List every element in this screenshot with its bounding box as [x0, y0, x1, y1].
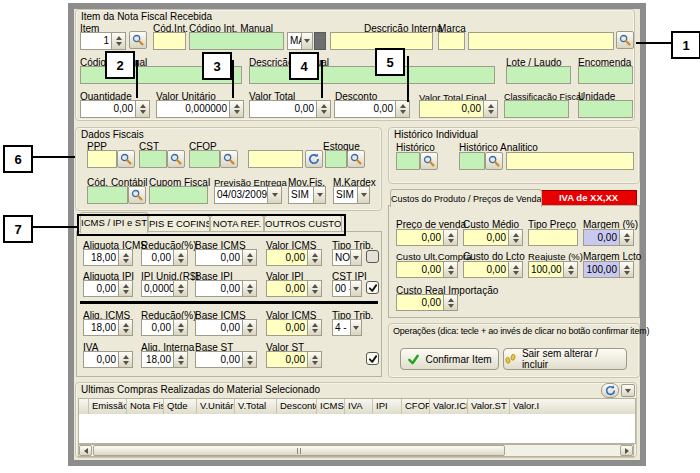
- ipi-unid-field[interactable]: 0,0000: [141, 280, 188, 297]
- cod-contabil-search-button[interactable]: [128, 186, 146, 204]
- item-search-button[interactable]: [129, 31, 147, 49]
- purchases-table-body[interactable]: [78, 414, 636, 444]
- cod-contabil-field[interactable]: [87, 186, 128, 204]
- valor-total-final-spinner[interactable]: [483, 101, 497, 117]
- spinner[interactable]: [118, 320, 132, 335]
- dropdown-button[interactable]: [350, 320, 361, 335]
- margem-field[interactable]: 0,00: [583, 229, 634, 246]
- reducao1-field[interactable]: 0,00: [141, 249, 188, 266]
- cfop-descricao-field[interactable]: [248, 150, 303, 168]
- previsao-entrega-dropdown[interactable]: 04/03/2009: [214, 186, 282, 204]
- quantidade-spinner[interactable]: [135, 101, 149, 117]
- column-header[interactable]: V.Total: [235, 399, 277, 415]
- scroll-left-button[interactable]: [79, 445, 92, 456]
- ma-dropdown[interactable]: MA: [287, 32, 313, 50]
- column-header[interactable]: Nota Fisc.: [127, 399, 164, 415]
- column-header[interactable]: Emissão: [89, 399, 127, 415]
- valor-unitario-field[interactable]: 0,000000: [156, 100, 244, 118]
- historico-analitico-field[interactable]: [459, 152, 485, 170]
- unidade-field[interactable]: [578, 100, 633, 118]
- spinner[interactable]: [173, 250, 187, 265]
- column-header[interactable]: ICMS: [317, 399, 345, 415]
- custo-ult-compra-field[interactable]: 0,00: [396, 261, 458, 278]
- custo-lcto-field[interactable]: 0,00: [463, 261, 523, 278]
- spinner[interactable]: [307, 250, 321, 265]
- cst-search-button[interactable]: [167, 150, 185, 168]
- last-purchases-expand-button[interactable]: [621, 384, 635, 397]
- spinner[interactable]: [307, 320, 321, 335]
- historico-descricao-field[interactable]: [506, 152, 634, 170]
- cst-ipi-dropdown[interactable]: 00 -: [332, 280, 362, 297]
- valor-icms2-field[interactable]: 0,00: [266, 319, 322, 336]
- preco-venda-spinner[interactable]: [443, 230, 457, 245]
- column-header[interactable]: CFOP: [402, 399, 430, 415]
- spinner[interactable]: [307, 352, 321, 367]
- valor-total-field[interactable]: 0,00: [249, 100, 331, 118]
- codigo-int-manual-field[interactable]: [189, 32, 284, 50]
- column-header[interactable]: Valor.ST: [468, 399, 510, 415]
- tab-icms-ipi-st[interactable]: ICMS / IPI e ST: [80, 212, 148, 233]
- ppp-field[interactable]: [87, 150, 117, 168]
- aliquota-icms-field[interactable]: 18,00: [83, 249, 133, 266]
- tab-custos-produto[interactable]: Custos do Produto / Preços de Venda: [390, 189, 542, 207]
- spinner[interactable]: [242, 352, 256, 367]
- valor-total-final-field[interactable]: 0,00: [419, 100, 498, 118]
- aliquota-ipi-field[interactable]: 0,00: [83, 280, 133, 297]
- base-st-field[interactable]: 0,00: [195, 351, 257, 368]
- st-checkbox[interactable]: [366, 352, 379, 365]
- marca-code-field[interactable]: [438, 32, 465, 50]
- estoque-search-button[interactable]: [347, 150, 365, 168]
- confirmar-item-button[interactable]: Confirmar Item: [400, 348, 499, 370]
- spinner[interactable]: [242, 281, 256, 296]
- custo-medio-field[interactable]: 0,00: [463, 229, 523, 246]
- valor-st-field[interactable]: 0,00: [266, 351, 322, 368]
- aliq-icms-field[interactable]: 18,00: [83, 319, 133, 336]
- base-icms1-field[interactable]: 0,00: [195, 249, 257, 266]
- custo-real-spinner[interactable]: [443, 295, 457, 310]
- dropdown-button[interactable]: [350, 281, 361, 296]
- spinner[interactable]: [173, 320, 187, 335]
- dropdown-button[interactable]: [301, 33, 312, 49]
- dropdown-button[interactable]: [313, 187, 325, 203]
- encomenda-field[interactable]: [578, 66, 633, 84]
- spinner[interactable]: [242, 320, 256, 335]
- desconto-spinner[interactable]: [395, 101, 409, 117]
- iva-field[interactable]: 0,00: [83, 351, 133, 368]
- cfop-search-button[interactable]: [220, 150, 238, 168]
- tipo-preco-field[interactable]: [528, 229, 578, 246]
- spinner[interactable]: [118, 352, 132, 367]
- custo-real-field[interactable]: 0,00: [396, 294, 458, 311]
- dropdown-button[interactable]: [357, 187, 369, 203]
- tipo-trib2-dropdown[interactable]: 4 -: [332, 319, 362, 336]
- tipo-trib1-dropdown[interactable]: NOR: [332, 249, 362, 266]
- spinner[interactable]: [242, 250, 256, 265]
- column-header[interactable]: Valor.I: [510, 399, 635, 415]
- valor-ipi-field[interactable]: 0,00: [266, 280, 322, 297]
- custo-medio-spinner[interactable]: [508, 230, 522, 245]
- margem-lcto-spinner[interactable]: [619, 262, 633, 277]
- sair-button[interactable]: Sair sem alterar / incluir: [503, 348, 627, 370]
- marca-search-button[interactable]: [616, 31, 634, 49]
- desconto-field[interactable]: 0,00: [334, 100, 410, 118]
- dropdown-button[interactable]: [350, 250, 361, 265]
- spinner[interactable]: [118, 281, 132, 296]
- m-kardex-dropdown[interactable]: SIM: [333, 186, 370, 204]
- estoque-field[interactable]: [325, 150, 347, 168]
- column-header[interactable]: IVA: [345, 399, 373, 415]
- spinner[interactable]: [173, 281, 187, 296]
- column-header[interactable]: Qtde: [164, 399, 197, 415]
- historico-search-button[interactable]: [420, 152, 438, 170]
- item-field[interactable]: 1: [80, 32, 126, 50]
- custo-lcto-spinner[interactable]: [508, 262, 522, 277]
- cst-ipi-checkbox[interactable]: [366, 281, 379, 294]
- marca-field[interactable]: [468, 32, 614, 50]
- column-header[interactable]: [79, 399, 89, 415]
- base-icms2-field[interactable]: 0,00: [195, 319, 257, 336]
- aliq-interna-field[interactable]: 18,00: [141, 351, 188, 368]
- column-header[interactable]: Desconto: [277, 399, 317, 415]
- tipo-trib-checkbox[interactable]: [366, 250, 379, 263]
- custo-ult-compra-spinner[interactable]: [443, 262, 457, 277]
- base-ipi-field[interactable]: 0,00: [195, 280, 257, 297]
- historico-analitico-search-button[interactable]: [485, 152, 503, 170]
- column-header[interactable]: V.Unitário: [197, 399, 235, 415]
